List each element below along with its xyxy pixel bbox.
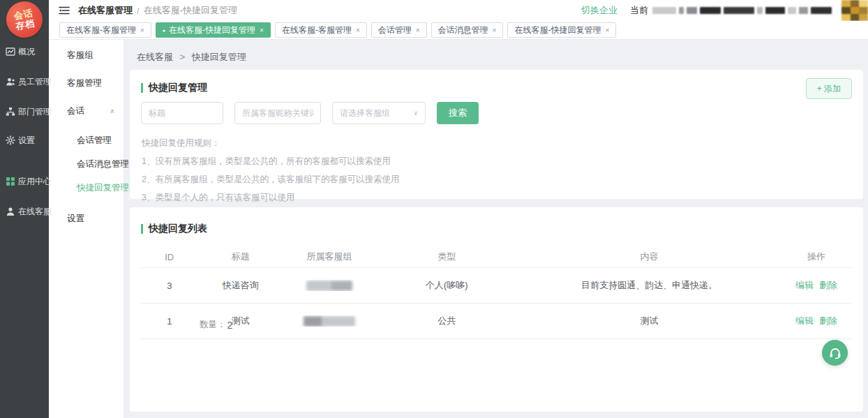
chevron-down-icon: ∨ bbox=[413, 110, 418, 117]
title-accent-bar bbox=[141, 83, 143, 93]
header-breadcrumb-current: 在线客服-快捷回复管理 bbox=[144, 4, 237, 17]
close-tab-icon[interactable]: × bbox=[140, 27, 144, 34]
tab-online-service-agents-2[interactable]: 在线客服-客服管理 × bbox=[275, 22, 367, 38]
content-breadcrumb: 在线客服 > 快捷回复管理 bbox=[137, 51, 246, 64]
cell-id: 1 bbox=[141, 316, 198, 327]
sidebar-item-agent-groups[interactable]: 客服组 bbox=[49, 49, 124, 61]
rule-item: 2、有所属客服组，类型是公共的，该客服组下的客服可以搜索使用 bbox=[142, 170, 399, 188]
table-row: 3 快递咨询 个人(哆哆) 目前支持圆通、韵达、申通快递。 编辑删除 bbox=[141, 268, 852, 304]
sidebar-item-quick-reply[interactable]: 快捷回复管理 bbox=[49, 181, 124, 194]
user-avatar[interactable] bbox=[841, 0, 868, 21]
plus-icon: + bbox=[817, 84, 822, 94]
title-search-input[interactable] bbox=[141, 102, 223, 124]
sidebar-item-staff[interactable]: 员工管理 bbox=[0, 75, 49, 89]
online-service-icon bbox=[6, 207, 15, 216]
tab-quick-reply-active[interactable]: ● 在线客服-快捷回复管理 × bbox=[156, 22, 271, 38]
delete-link[interactable]: 删除 bbox=[819, 280, 837, 290]
agent-nickname-search-input[interactable] bbox=[234, 102, 321, 124]
app-root: 会话 存档 概况 员工管理 部门管理 设置 应用中心 在线客服 bbox=[0, 0, 868, 418]
title-accent-bar bbox=[141, 224, 143, 234]
cell-content: 目前支持圆通、韵达、申通快递。 bbox=[518, 279, 781, 292]
sidebar-item-label: 会话管理 bbox=[77, 135, 112, 147]
apps-icon bbox=[6, 177, 15, 186]
close-tab-icon[interactable]: × bbox=[356, 27, 360, 34]
agent-group-select[interactable]: 请选择客服组 ∨ bbox=[332, 102, 426, 124]
close-tab-icon[interactable]: × bbox=[260, 27, 264, 34]
tab-label: 会话消息管理 bbox=[438, 24, 488, 36]
redacted-block bbox=[304, 316, 355, 327]
gear-icon bbox=[6, 135, 15, 145]
close-tab-icon[interactable]: × bbox=[416, 27, 420, 34]
headset-icon bbox=[828, 346, 842, 360]
add-button-label: 添加 bbox=[824, 84, 841, 94]
sidebar-item-settings-secondary[interactable]: 设置 bbox=[49, 212, 124, 225]
usage-rules: 快捷回复使用规则： 1、没有所属客服组，类型是公共的，所有的客服都可以搜索使用 … bbox=[142, 134, 399, 207]
tab-session-messages[interactable]: 会话消息管理 × bbox=[431, 22, 504, 38]
app-logo: 会话 存档 bbox=[3, 0, 45, 40]
sidebar-item-session-messages[interactable]: 会话消息管理 bbox=[49, 158, 124, 170]
top-header: 在线客服管理 / 在线客服-快捷回复管理 切换企业 当前 bbox=[49, 0, 868, 21]
quick-reply-list-panel: 快捷回复列表 数量： 2 ID 标题 所属客服组 类型 内容 操作 3 快递咨询 bbox=[130, 207, 863, 412]
current-company-label: 当前 bbox=[630, 4, 648, 17]
breadcrumb-current: 快捷回复管理 bbox=[192, 52, 246, 62]
primary-sidebar: 会话 存档 概况 员工管理 部门管理 设置 应用中心 在线客服 bbox=[0, 0, 49, 418]
sidebar-item-agent-management[interactable]: 客服管理 bbox=[49, 77, 124, 89]
breadcrumb-separator: / bbox=[137, 6, 140, 16]
sidebar-item-sessions[interactable]: 会话 ∧ bbox=[49, 105, 124, 117]
tab-quick-reply-2[interactable]: 在线客服-快捷回复管理 × bbox=[507, 22, 616, 38]
sidebar-item-label: 概况 bbox=[18, 46, 35, 58]
edit-link[interactable]: 编辑 bbox=[795, 280, 814, 290]
panel-title-text: 快捷回复管理 bbox=[149, 82, 207, 94]
panel-title: 快捷回复管理 bbox=[141, 82, 207, 94]
sidebar-item-label: 在线客服 bbox=[18, 206, 52, 218]
cell-actions: 编辑删除 bbox=[781, 315, 852, 327]
column-header-actions: 操作 bbox=[781, 251, 852, 263]
active-tab-dot-icon: ● bbox=[163, 28, 165, 33]
select-placeholder: 请选择客服组 bbox=[340, 107, 390, 119]
sidebar-item-label: 设置 bbox=[67, 213, 84, 225]
tab-session-management[interactable]: 会话管理 × bbox=[371, 22, 427, 38]
delete-link[interactable]: 删除 bbox=[819, 315, 837, 326]
quick-reply-management-panel: 快捷回复管理 + 添加 请选择客服组 ∨ 搜索 快捷回复使用规则： 1、没有所属… bbox=[130, 70, 863, 199]
sidebar-item-app-center[interactable]: 应用中心 bbox=[0, 174, 49, 188]
secondary-sidebar: 客服组 客服管理 会话 ∧ 会话管理 会话消息管理 快捷回复管理 设置 bbox=[49, 21, 124, 418]
open-tabs-bar: 在线客服-客服管理 × ● 在线客服-快捷回复管理 × 在线客服-客服管理 × … bbox=[49, 21, 868, 40]
sidebar-item-overview[interactable]: 概况 bbox=[0, 45, 49, 59]
header-breadcrumb-root[interactable]: 在线客服管理 bbox=[78, 4, 133, 17]
cell-content: 测试 bbox=[518, 315, 781, 327]
sidebar-item-session-management[interactable]: 会话管理 bbox=[49, 134, 124, 147]
breadcrumb-root[interactable]: 在线客服 bbox=[137, 52, 173, 62]
redacted-company-text bbox=[652, 7, 832, 14]
breadcrumb-separator: > bbox=[180, 52, 186, 62]
close-tab-icon[interactable]: × bbox=[493, 27, 497, 34]
search-toolbar: 请选择客服组 ∨ 搜索 bbox=[141, 102, 479, 124]
sidebar-item-label: 客服管理 bbox=[67, 77, 102, 89]
header-right: 切换企业 当前 bbox=[581, 0, 868, 21]
switch-company-link[interactable]: 切换企业 bbox=[581, 4, 618, 17]
sidebar-item-label: 设置 bbox=[18, 135, 35, 147]
sidebar-item-label: 会话消息管理 bbox=[77, 158, 129, 170]
add-button[interactable]: + 添加 bbox=[806, 78, 852, 99]
sidebar-item-online-service[interactable]: 在线客服 bbox=[0, 204, 49, 218]
tab-online-service-agents-1[interactable]: 在线客服-客服管理 × bbox=[59, 22, 151, 38]
customer-service-float-button[interactable] bbox=[822, 340, 848, 366]
cell-title: 快递咨询 bbox=[198, 279, 283, 292]
tab-label: 在线客服-客服管理 bbox=[282, 24, 352, 36]
cell-id: 3 bbox=[141, 281, 198, 291]
collapse-menu-icon[interactable] bbox=[59, 6, 70, 15]
sidebar-item-label: 应用中心 bbox=[18, 176, 52, 188]
overview-icon bbox=[6, 47, 15, 57]
sidebar-item-label: 员工管理 bbox=[18, 76, 52, 88]
tab-label: 在线客服-快捷回复管理 bbox=[169, 24, 255, 36]
column-header-id: ID bbox=[141, 252, 198, 262]
edit-link[interactable]: 编辑 bbox=[795, 315, 814, 326]
sidebar-item-settings[interactable]: 设置 bbox=[0, 133, 49, 147]
cell-title: 测试 bbox=[198, 315, 283, 327]
sidebar-item-label: 快捷回复管理 bbox=[77, 182, 129, 194]
tab-label: 在线客服-客服管理 bbox=[66, 24, 136, 36]
search-button[interactable]: 搜索 bbox=[437, 102, 479, 124]
sidebar-item-department[interactable]: 部门管理 bbox=[0, 105, 49, 119]
close-tab-icon[interactable]: × bbox=[605, 27, 609, 34]
sidebar-item-label: 客服组 bbox=[67, 50, 93, 61]
cell-group-redacted bbox=[283, 315, 375, 327]
